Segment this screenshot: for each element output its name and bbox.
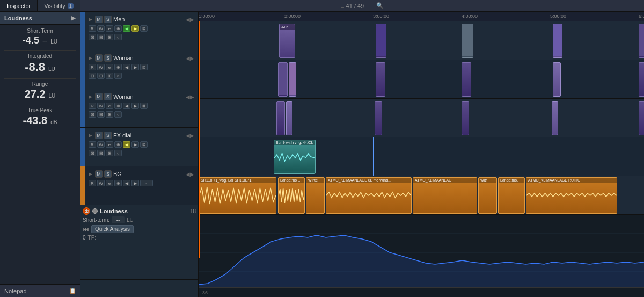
ctrl-s4-w2[interactable]: ○ bbox=[114, 111, 122, 118]
track-menu-bg[interactable]: ◀▶ bbox=[186, 171, 194, 177]
ctrl-e-w1[interactable]: e bbox=[106, 64, 113, 70]
mute-btn-fx[interactable]: M bbox=[95, 132, 103, 139]
mute-btn-bg[interactable]: M bbox=[95, 170, 103, 178]
solo-btn-w1[interactable]: S bbox=[104, 54, 112, 62]
ctrl-r-w2[interactable]: R bbox=[89, 103, 96, 109]
clip-bg-1[interactable]: SH118.71_Vog. Lar SH118.71. bbox=[199, 177, 276, 214]
clip-bg-5[interactable]: ATMO_KLIMAANLAG bbox=[413, 177, 477, 214]
clip-w1-6[interactable] bbox=[639, 62, 644, 97]
ctrl-g1-w2[interactable]: ◀ bbox=[123, 103, 130, 109]
rewind-icon[interactable]: ⏮ bbox=[83, 226, 89, 233]
expand-arrow-w1[interactable]: ▶ bbox=[89, 55, 92, 61]
ctrl-e-men[interactable]: e bbox=[106, 25, 113, 32]
clip-bg-4[interactable]: ATMO_KLIMAANLAGE 8L mo Wind... bbox=[326, 177, 412, 214]
clip-w2-5[interactable] bbox=[552, 101, 558, 135]
ctrl-r-fx[interactable]: R bbox=[89, 141, 96, 148]
ctrl-w-fx[interactable]: W bbox=[97, 141, 105, 148]
ctrl-s4-w1[interactable]: ○ bbox=[114, 73, 122, 79]
clip-w1-1[interactable] bbox=[278, 62, 288, 97]
ctrl-s2-w2[interactable]: ⊟ bbox=[97, 111, 105, 118]
track-lane-fx[interactable]: Bur 9 wir.h vng. 44.03. bbox=[199, 137, 644, 176]
tab-visibility[interactable]: Visibility 1 bbox=[38, 0, 80, 11]
expand-arrow-w2[interactable]: ▶ bbox=[89, 94, 92, 99]
ctrl-g2-w2[interactable]: ▶ bbox=[131, 103, 139, 109]
ctrl-e-fx[interactable]: e bbox=[106, 141, 113, 148]
track-lane-bg[interactable]: SH118.71_Vog. Lar SH118.71. Landatmo Wir bbox=[199, 176, 644, 215]
ctrl-extra-men[interactable]: ⊠ bbox=[140, 25, 148, 32]
ctrl-sub1-men[interactable]: ⊡ bbox=[89, 34, 96, 40]
track-menu-w1[interactable]: ◀▶ bbox=[186, 55, 194, 61]
ctrl-s4-fx[interactable]: ○ bbox=[114, 150, 122, 156]
clip-w2-1[interactable] bbox=[276, 101, 285, 135]
clip-bg-2[interactable]: Landatmo Wir bbox=[278, 177, 305, 214]
ctrl-ex-w2[interactable]: ⊠ bbox=[140, 103, 148, 109]
ctrl-g2-fx[interactable]: ▶ bbox=[131, 141, 139, 148]
track-lane-men[interactable]: Aur bbox=[199, 21, 644, 60]
clip-bg-6[interactable]: Witr bbox=[478, 177, 497, 214]
ctrl-ex-fx[interactable]: ⊠ bbox=[140, 141, 148, 148]
ctrl-g2-bg[interactable]: ▶ bbox=[131, 180, 139, 186]
clip-w1-3[interactable] bbox=[376, 62, 385, 97]
ctrl-link-fx[interactable]: ⊕ bbox=[114, 141, 122, 148]
ctrl-g2-w1[interactable]: ▶ bbox=[131, 64, 139, 70]
clip-w1-4[interactable] bbox=[462, 62, 471, 97]
solo-btn-bg[interactable]: S bbox=[104, 170, 112, 178]
ctrl-w-w2[interactable]: W bbox=[97, 103, 105, 109]
solo-btn-men[interactable]: S bbox=[104, 16, 112, 23]
clip-bg-8[interactable]: ATMO_KLIMAANLAGE RUHIG bbox=[526, 177, 617, 214]
record-dot[interactable] bbox=[92, 208, 98, 214]
expand-arrow-men[interactable]: ▶ bbox=[89, 17, 92, 22]
track-lane-w2[interactable] bbox=[199, 99, 644, 137]
ctrl-link-w1[interactable]: ⊕ bbox=[114, 64, 122, 70]
ctrl-g1-w1[interactable]: ◀ bbox=[123, 64, 130, 70]
ctrl-e-bg[interactable]: e bbox=[106, 180, 113, 186]
ctrl-r-men[interactable]: R bbox=[89, 25, 96, 32]
ctrl-g1-bg[interactable]: ◀ bbox=[123, 180, 130, 186]
ctrl-s3-w2[interactable]: ⊞ bbox=[106, 111, 113, 118]
clip-fx-1[interactable]: Bur 9 wir.h vng. 44.03. bbox=[274, 140, 316, 174]
clip-bg-7[interactable]: Landatmo. bbox=[498, 177, 525, 214]
tracks-scroll[interactable]: Aur bbox=[199, 21, 644, 287]
ctrl-ex-w1[interactable]: ⊠ bbox=[140, 64, 148, 70]
solo-btn-fx[interactable]: S bbox=[104, 132, 112, 139]
notepad-bar[interactable]: Notepad 📋 bbox=[0, 284, 80, 297]
ctrl-r-bg[interactable]: R bbox=[89, 180, 96, 186]
expand-arrow-bg[interactable]: ▶ bbox=[89, 171, 92, 177]
ctrl-sub3-men[interactable]: ⊞ bbox=[106, 34, 113, 40]
ctrl-sub2-men[interactable]: ⊟ bbox=[97, 34, 105, 40]
quick-analysis-btn[interactable]: Quick Analysis bbox=[91, 225, 134, 233]
ctrl-s2-fx[interactable]: ⊟ bbox=[97, 150, 105, 156]
track-menu-men[interactable]: ◀▶ bbox=[186, 17, 194, 23]
clip-bg-3[interactable]: Winte bbox=[306, 177, 325, 214]
clip-w1-2[interactable] bbox=[289, 62, 296, 97]
track-menu-fx[interactable]: ◀▶ bbox=[186, 133, 194, 139]
ctrl-w-w1[interactable]: W bbox=[97, 64, 105, 70]
clip-men-4[interactable] bbox=[553, 24, 562, 58]
mute-btn-w1[interactable]: M bbox=[95, 54, 103, 62]
ctrl-s2-w1[interactable]: ⊟ bbox=[97, 73, 105, 79]
tab-inspector[interactable]: Inspector bbox=[0, 0, 38, 11]
clip-men-aur[interactable]: Aur bbox=[279, 24, 295, 58]
ctrl-s1-w1[interactable]: ⊡ bbox=[89, 73, 96, 79]
ctrl-w-men[interactable]: W bbox=[97, 25, 105, 32]
ctrl-e-w2[interactable]: e bbox=[106, 103, 113, 109]
ctrl-r-w1[interactable]: R bbox=[89, 64, 96, 70]
ctrl-s1-fx[interactable]: ⊡ bbox=[89, 150, 96, 156]
ctrl-w-bg[interactable]: W bbox=[97, 180, 105, 186]
ctrl-link-w2[interactable]: ⊕ bbox=[114, 103, 122, 109]
mute-btn-w2[interactable]: M bbox=[95, 93, 103, 100]
clip-men-5[interactable] bbox=[639, 24, 644, 58]
expand-arrow-fx[interactable]: ▶ bbox=[89, 133, 92, 138]
track-menu-w2[interactable]: ◀▶ bbox=[186, 94, 194, 100]
ctrl-g1-fx[interactable]: ◀ bbox=[123, 141, 130, 148]
clip-w2-4[interactable] bbox=[462, 101, 469, 135]
clip-w2-2[interactable] bbox=[286, 101, 292, 135]
ctrl-s3-w1[interactable]: ⊞ bbox=[106, 73, 113, 79]
ctrl-ex-bg[interactable]: ∞ bbox=[140, 180, 153, 186]
ctrl-green-men[interactable]: ◀ bbox=[123, 25, 130, 32]
clip-men-2[interactable] bbox=[376, 24, 386, 58]
clip-w2-6[interactable] bbox=[639, 101, 644, 135]
ctrl-link-men[interactable]: ⊕ bbox=[114, 25, 122, 32]
ctrl-sub4-men[interactable]: ○ bbox=[114, 34, 122, 40]
ctrl-s3-fx[interactable]: ⊞ bbox=[106, 150, 113, 156]
